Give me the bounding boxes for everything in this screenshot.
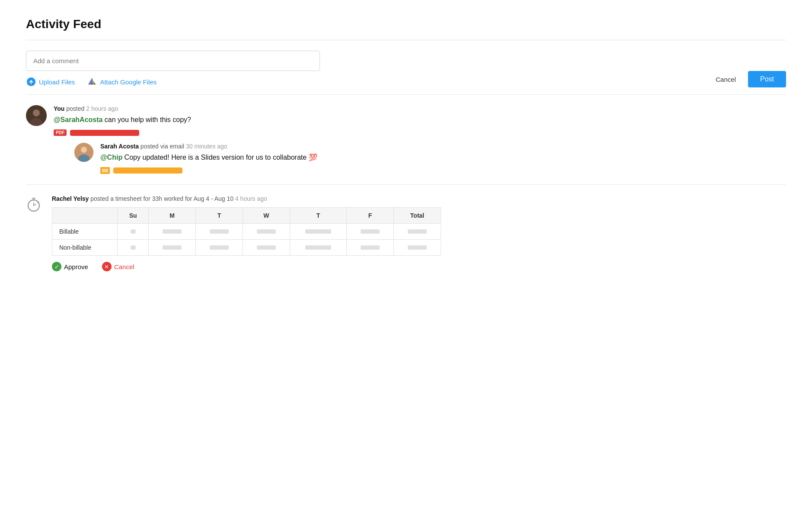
- cell-bar: [408, 245, 427, 250]
- billable-t2: [290, 224, 346, 240]
- slides-icon: [100, 167, 110, 174]
- page-title: Activity Feed: [26, 17, 786, 31]
- svg-point-7: [81, 147, 87, 153]
- timesheet-row-billable: Billable: [52, 224, 441, 240]
- approve-button[interactable]: ✓ Approve: [52, 262, 88, 271]
- timesheet-table: Su M T W T F Total Billable: [52, 207, 441, 256]
- col-header-w: W: [243, 208, 290, 224]
- nonbillable-label: Non-billable: [52, 240, 118, 256]
- nonbillable-f: [347, 240, 394, 256]
- timesheet-time: 4 hours ago: [235, 195, 267, 202]
- cell-bar: [257, 229, 276, 234]
- cell-bar: [408, 229, 427, 234]
- comment-toolbar: Upload Files Attach Google Files Cancel: [26, 71, 786, 87]
- col-header-t2: T: [290, 208, 346, 224]
- billable-w: [243, 224, 290, 240]
- timesheet-header-row: Su M T W T F Total: [52, 208, 441, 224]
- comment-actions: Upload Files Attach Google Files: [26, 77, 157, 87]
- cell-bar: [163, 245, 182, 250]
- cell-bar: [361, 245, 380, 250]
- upload-files-label: Upload Files: [39, 78, 75, 86]
- nonbillable-w: [243, 240, 290, 256]
- billable-m: [149, 224, 196, 240]
- cancel-x-icon: ✕: [102, 262, 112, 271]
- feed-meta-sarah: Sarah Acosta posted via email 30 minutes…: [100, 143, 786, 150]
- reply-text-sarah: Copy updated! Here is a Slides version f…: [122, 154, 308, 161]
- col-header-label: [52, 208, 118, 224]
- reply-emoji: 💯: [309, 154, 317, 161]
- post-cancel-area: Cancel Post: [710, 71, 786, 87]
- timesheet-icon: [26, 195, 43, 212]
- svg-rect-10: [102, 169, 108, 172]
- cell-bar: [210, 229, 229, 234]
- comment-input-area: Upload Files Attach Google Files Cancel: [26, 51, 786, 87]
- post-time-you: 2 hours ago: [86, 105, 118, 112]
- upload-cloud-icon: [26, 77, 36, 87]
- post-verb-you: posted: [66, 105, 86, 112]
- attachment-row-slides: [100, 167, 786, 174]
- timesheet-cancel-label: Cancel: [114, 263, 134, 270]
- cell-dot: [131, 245, 136, 250]
- post-text-you: can you help with this copy?: [102, 116, 191, 123]
- nonbillable-su: [118, 240, 149, 256]
- timesheet-cancel-button[interactable]: ✕ Cancel: [102, 262, 134, 271]
- billable-f: [347, 224, 394, 240]
- col-header-f: F: [347, 208, 394, 224]
- nonbillable-t1: [196, 240, 243, 256]
- billable-t1: [196, 224, 243, 240]
- cell-bar: [361, 229, 380, 234]
- timesheet-actions: ✓ Approve ✕ Cancel: [52, 262, 786, 271]
- nonbillable-t2: [290, 240, 346, 256]
- reply-author-sarah: Sarah Acosta: [100, 143, 139, 150]
- billable-total: [394, 224, 441, 240]
- attach-google-label: Attach Google Files: [100, 78, 157, 86]
- cell-bar: [163, 229, 182, 234]
- svg-line-16: [38, 202, 38, 203]
- timesheet-description: posted a timesheet for 33h worked for Au…: [90, 195, 235, 202]
- avatar-you: [26, 105, 47, 126]
- timesheet-meta: Rachel Yelsy posted a timesheet for 33h …: [52, 195, 786, 202]
- approve-check-icon: ✓: [52, 262, 61, 271]
- comment-cancel-button[interactable]: Cancel: [710, 72, 741, 87]
- cell-bar: [210, 245, 229, 250]
- col-header-m: M: [149, 208, 196, 224]
- post-button[interactable]: Post: [748, 71, 786, 87]
- mention-chip: @Chip: [100, 154, 122, 161]
- feed-message-you: @SarahAcosta can you help with this copy…: [54, 115, 786, 125]
- post-author-you: You: [54, 105, 64, 112]
- timesheet-content: Rachel Yelsy posted a timesheet for 33h …: [52, 195, 786, 271]
- col-header-t1: T: [196, 208, 243, 224]
- feed-content-you: You posted 2 hours ago @SarahAcosta can …: [54, 105, 786, 174]
- timesheet-section: Rachel Yelsy posted a timesheet for 33h …: [26, 184, 786, 282]
- upload-files-button[interactable]: Upload Files: [26, 77, 75, 87]
- reply-verb-sarah: posted via email: [141, 143, 186, 150]
- mention-sarah-acosta: @SarahAcosta: [54, 116, 102, 123]
- cell-dot: [131, 229, 136, 234]
- col-header-su: Su: [118, 208, 149, 224]
- billable-label: Billable: [52, 224, 118, 240]
- pdf-attachment-bar[interactable]: [70, 130, 139, 136]
- comment-input[interactable]: [26, 51, 320, 71]
- cell-bar: [305, 245, 331, 250]
- feed-content-sarah: Sarah Acosta posted via email 30 minutes…: [100, 143, 786, 174]
- feed-reply-sarah: Sarah Acosta posted via email 30 minutes…: [74, 143, 786, 174]
- avatar-sarah: [74, 143, 93, 162]
- cell-bar: [257, 245, 276, 250]
- approve-label: Approve: [64, 263, 88, 270]
- nonbillable-m: [149, 240, 196, 256]
- attachment-row-pdf: PDF: [54, 129, 786, 136]
- feed-message-sarah: @Chip Copy updated! Here is a Slides ver…: [100, 152, 786, 163]
- reply-time-sarah: 30 minutes ago: [186, 143, 227, 150]
- cell-bar: [305, 229, 331, 234]
- feed-item-you: You posted 2 hours ago @SarahAcosta can …: [26, 94, 786, 184]
- svg-point-4: [33, 109, 40, 116]
- attach-google-files-button[interactable]: Attach Google Files: [87, 77, 157, 87]
- timesheet-row-nonbillable: Non-billable: [52, 240, 441, 256]
- feed-meta-you: You posted 2 hours ago: [54, 105, 786, 112]
- slides-attachment-bar[interactable]: [113, 167, 182, 174]
- timesheet-author: Rachel Yelsy: [52, 195, 89, 202]
- pdf-badge: PDF: [54, 129, 67, 136]
- col-header-total: Total: [394, 208, 441, 224]
- title-divider: [26, 40, 786, 40]
- google-drive-icon: [87, 77, 97, 87]
